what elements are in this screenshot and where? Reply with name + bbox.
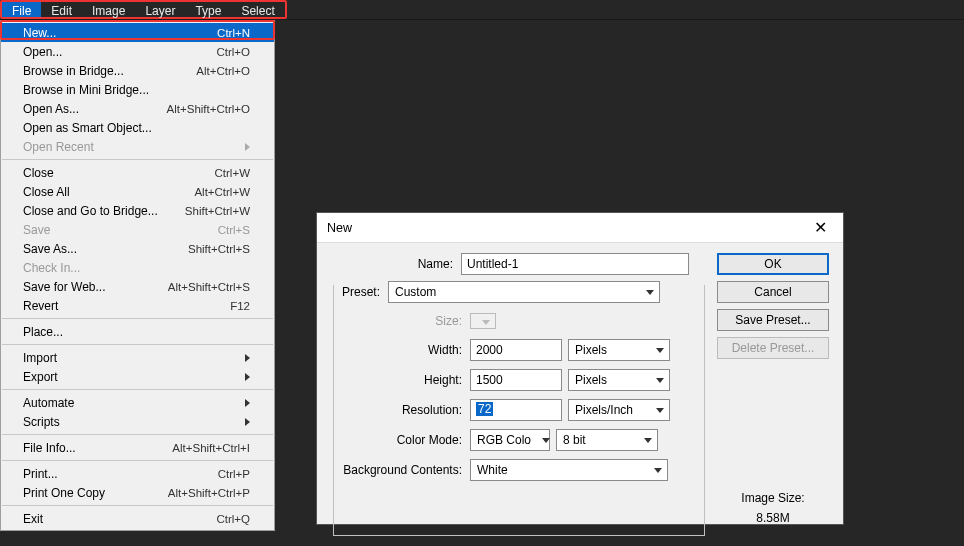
width-field[interactable] [470, 339, 562, 361]
menu-item[interactable]: Automate [1, 393, 274, 412]
dialog-title: New [327, 221, 808, 235]
menu-item[interactable]: Save As...Shift+Ctrl+S [1, 239, 274, 258]
chevron-right-icon [245, 418, 250, 426]
menu-type[interactable]: Type [185, 2, 231, 17]
resolution-field[interactable]: 72 [470, 399, 562, 421]
bg-label: Background Contents: [336, 463, 470, 477]
menu-shortcut: Ctrl+W [215, 167, 250, 179]
menu-item-label: Export [23, 370, 239, 384]
menu-image[interactable]: Image [82, 2, 135, 17]
new-dialog: New ✕ Name: Preset: Custom Size: [316, 212, 844, 525]
menu-item-label: Open as Smart Object... [23, 121, 250, 135]
menu-file[interactable]: File [2, 2, 41, 17]
color-mode-label: Color Mode: [336, 433, 470, 447]
menu-shortcut: Alt+Shift+Ctrl+P [168, 487, 250, 499]
menu-shortcut: Alt+Shift+Ctrl+I [172, 442, 250, 454]
cancel-button[interactable]: Cancel [717, 281, 829, 303]
menu-item-label: Browse in Mini Bridge... [23, 83, 250, 97]
menu-shortcut: Alt+Ctrl+O [196, 65, 250, 77]
menu-item-label: Close [23, 166, 215, 180]
menu-item-label: Browse in Bridge... [23, 64, 196, 78]
menubar: File Edit Image Layer Type Select [0, 0, 964, 20]
resolution-unit-select[interactable]: Pixels/Inch [568, 399, 670, 421]
bg-select[interactable]: White [470, 459, 668, 481]
menu-item[interactable]: Import [1, 348, 274, 367]
dialog-form: Name: Preset: Custom Size: Width: Pixe [327, 253, 713, 546]
name-field[interactable] [461, 253, 689, 275]
menu-item[interactable]: Print...Ctrl+P [1, 464, 274, 483]
menu-item[interactable]: RevertF12 [1, 296, 274, 315]
menu-separator [2, 434, 273, 435]
image-size-value: 8.58M [741, 511, 804, 525]
resolution-label: Resolution: [336, 403, 470, 417]
close-icon[interactable]: ✕ [808, 218, 833, 237]
menu-item: SaveCtrl+S [1, 220, 274, 239]
menu-item-label: Open... [23, 45, 216, 59]
menu-item[interactable]: Print One CopyAlt+Shift+Ctrl+P [1, 483, 274, 502]
menu-separator [2, 318, 273, 319]
menu-item-label: Exit [23, 512, 216, 526]
menu-shortcut: Ctrl+Q [216, 513, 250, 525]
menu-item: Check In... [1, 258, 274, 277]
color-mode-select[interactable]: RGB Color [470, 429, 550, 451]
menu-item-label: New... [23, 26, 217, 40]
ok-button[interactable]: OK [717, 253, 829, 275]
menu-item-label: Automate [23, 396, 239, 410]
menu-item[interactable]: ExitCtrl+Q [1, 509, 274, 528]
size-label: Size: [336, 314, 470, 328]
menu-shortcut: Shift+Ctrl+S [188, 243, 250, 255]
height-label: Height: [336, 373, 470, 387]
chevron-right-icon [245, 354, 250, 362]
menu-item[interactable]: Browse in Bridge...Alt+Ctrl+O [1, 61, 274, 80]
chevron-right-icon [245, 143, 250, 151]
menu-layer[interactable]: Layer [135, 2, 185, 17]
height-field[interactable] [470, 369, 562, 391]
menu-item[interactable]: Close and Go to Bridge...Shift+Ctrl+W [1, 201, 274, 220]
image-size-label: Image Size: [741, 491, 804, 505]
menu-separator [2, 460, 273, 461]
size-select [470, 313, 496, 329]
dialog-side: OK Cancel Save Preset... Delete Preset..… [713, 253, 833, 546]
menu-shortcut: F12 [230, 300, 250, 312]
menu-shortcut: Ctrl+O [216, 46, 250, 58]
menu-item[interactable]: File Info...Alt+Shift+Ctrl+I [1, 438, 274, 457]
menu-item[interactable]: Open...Ctrl+O [1, 42, 274, 61]
menu-item[interactable]: Place... [1, 322, 274, 341]
menu-edit[interactable]: Edit [41, 2, 82, 17]
save-preset-button[interactable]: Save Preset... [717, 309, 829, 331]
menu-separator [2, 389, 273, 390]
menu-item-label: Save for Web... [23, 280, 168, 294]
preset-group: Preset: Custom Size: Width: Pixels Heigh… [333, 283, 705, 536]
delete-preset-button: Delete Preset... [717, 337, 829, 359]
menu-item-label: Scripts [23, 415, 239, 429]
menu-item-label: Revert [23, 299, 230, 313]
menu-item[interactable]: Export [1, 367, 274, 386]
menu-item[interactable]: New...Ctrl+N [1, 23, 274, 42]
file-dropdown: New...Ctrl+NOpen...Ctrl+OBrowse in Bridg… [0, 20, 275, 531]
menu-item-label: Print... [23, 467, 218, 481]
menubar-highlight: File Edit Image Layer Type Select [0, 0, 287, 19]
menu-item[interactable]: Close AllAlt+Ctrl+W [1, 182, 274, 201]
width-unit-select[interactable]: Pixels [568, 339, 670, 361]
menu-item[interactable]: CloseCtrl+W [1, 163, 274, 182]
menu-item[interactable]: Open As...Alt+Shift+Ctrl+O [1, 99, 274, 118]
menu-item[interactable]: Save for Web...Alt+Shift+Ctrl+S [1, 277, 274, 296]
menu-item[interactable]: Browse in Mini Bridge... [1, 80, 274, 99]
name-label: Name: [327, 257, 461, 271]
menu-select[interactable]: Select [231, 2, 284, 17]
menu-item[interactable]: Scripts [1, 412, 274, 431]
preset-label: Preset: [330, 285, 388, 299]
menu-item-label: Import [23, 351, 239, 365]
menu-item[interactable]: Open as Smart Object... [1, 118, 274, 137]
menu-separator [2, 344, 273, 345]
menu-shortcut: Shift+Ctrl+W [185, 205, 250, 217]
menu-item-label: Check In... [23, 261, 250, 275]
menu-shortcut: Alt+Shift+Ctrl+O [167, 103, 250, 115]
menu-item: Open Recent [1, 137, 274, 156]
height-unit-select[interactable]: Pixels [568, 369, 670, 391]
preset-select[interactable]: Custom [388, 281, 660, 303]
width-label: Width: [336, 343, 470, 357]
menu-shortcut: Ctrl+P [218, 468, 250, 480]
menu-item-label: Open Recent [23, 140, 239, 154]
bit-depth-select[interactable]: 8 bit [556, 429, 658, 451]
